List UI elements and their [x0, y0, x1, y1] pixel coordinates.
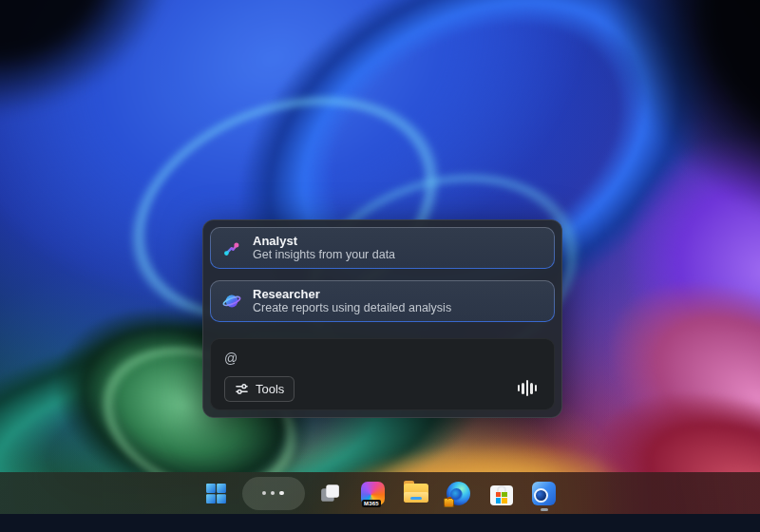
agent-card-analyst-inner: Analyst Get insights from your data	[211, 228, 554, 268]
agent-description: Get insights from your data	[253, 248, 395, 262]
agent-text: Analyst Get insights from your data	[253, 234, 395, 262]
tools-button[interactable]: Tools	[224, 376, 294, 402]
sliders-icon	[235, 382, 249, 396]
voice-button[interactable]	[514, 380, 542, 399]
voice-waveform-icon	[518, 380, 538, 397]
tools-label: Tools	[256, 382, 284, 396]
microsoft-store-button[interactable]	[484, 474, 519, 512]
desktop-screen: Analyst Get insights from your data	[0, 0, 760, 532]
task-view-icon	[318, 482, 342, 505]
researcher-planet-icon	[222, 292, 241, 311]
agent-card-researcher-inner: Researcher Create reports using detailed…	[211, 281, 554, 321]
agent-text: Researcher Create reports using detailed…	[253, 287, 451, 315]
edge-icon	[446, 482, 470, 505]
outlook-icon	[532, 482, 556, 505]
copilot-agent-panel: Analyst Get insights from your data	[202, 219, 562, 418]
taskbar-search-pill[interactable]	[242, 477, 305, 510]
analyst-trend-icon	[222, 238, 241, 257]
windows-start-icon	[204, 482, 228, 505]
edge-work-badge-icon	[444, 498, 454, 507]
agent-card-researcher[interactable]: Researcher Create reports using detailed…	[210, 280, 555, 322]
ms-logo-grid	[496, 492, 507, 504]
store-bag-icon	[490, 482, 513, 505]
composer-input[interactable]: @ Tools	[210, 338, 555, 410]
bag-handle	[497, 485, 506, 492]
running-indicator	[541, 508, 548, 511]
bottom-bezel	[0, 514, 760, 532]
m365-copilot-button[interactable]: M365	[356, 474, 390, 512]
taskbar: M365	[0, 472, 760, 514]
agent-name: Researcher	[253, 287, 451, 301]
start-button[interactable]	[200, 474, 234, 512]
task-view-button[interactable]	[314, 474, 348, 512]
agent-description: Create reports using detailed analysis	[253, 301, 451, 315]
file-explorer-button[interactable]	[399, 474, 433, 512]
composer-toolbar: Tools	[224, 376, 541, 402]
m365-copilot-icon: M365	[361, 482, 385, 505]
folder-icon	[404, 484, 428, 503]
edge-button[interactable]	[442, 474, 476, 512]
m365-badge: M365	[362, 500, 381, 507]
ellipsis-dots-icon	[262, 491, 284, 496]
outlook-button[interactable]	[527, 474, 561, 512]
composer-at-text: @	[224, 351, 541, 366]
agent-card-analyst[interactable]: Analyst Get insights from your data	[210, 227, 555, 269]
agent-name: Analyst	[253, 234, 395, 248]
